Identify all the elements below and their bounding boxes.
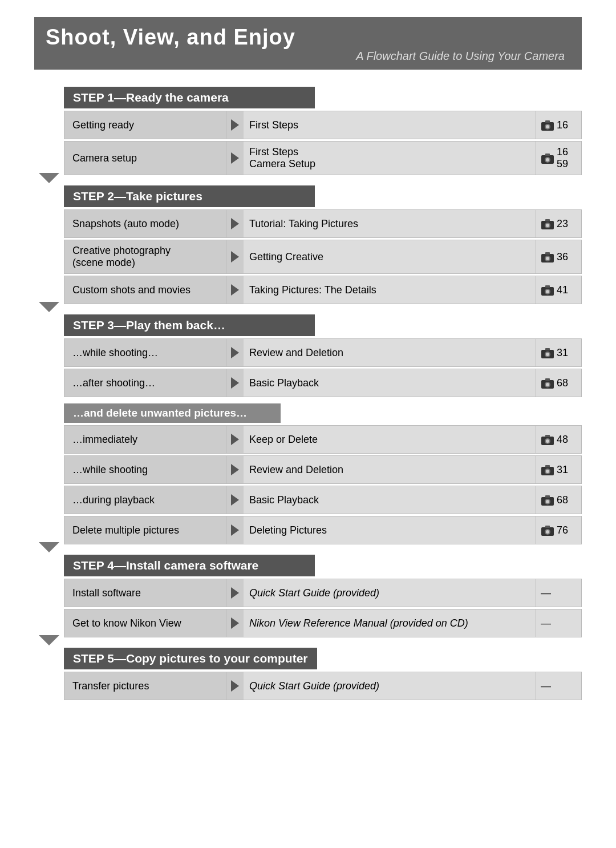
- arrow-right-icon: [231, 284, 239, 296]
- svg-marker-45: [39, 173, 59, 183]
- right-cell: Taking Pictures: The Details: [244, 276, 536, 304]
- step-block-step2: STEP 2—Take picturesSnapshots (auto mode…: [64, 185, 582, 304]
- page-header: Shoot, View, and Enjoy A Flowchart Guide…: [34, 17, 582, 70]
- svg-rect-15: [545, 252, 550, 255]
- flow-row: …while shootingReview and Deletion 31: [64, 455, 582, 484]
- left-cell: …after shooting…: [64, 369, 226, 397]
- camera-ref-icon: [541, 346, 554, 359]
- step-block-step4: STEP 4—Install camera softwareInstall so…: [64, 555, 582, 637]
- right-cell: Review and Deletion: [244, 338, 536, 367]
- svg-point-26: [546, 383, 549, 386]
- arrow-right-icon: [231, 152, 239, 164]
- right-cell: Deleting Pictures: [244, 516, 536, 544]
- page-ref-cell: 16: [536, 111, 582, 139]
- flow-row: Get to know Nikon ViewNikon View Referen…: [64, 609, 582, 637]
- page-number: 68: [557, 377, 568, 389]
- left-cell: Getting ready: [64, 111, 226, 139]
- step-header-step1: STEP 1—Ready the camera: [64, 87, 315, 108]
- camera-ref-icon: [541, 377, 554, 389]
- arrow-right-icon: [231, 377, 239, 389]
- camera-ref-icon: [541, 152, 554, 164]
- svg-rect-11: [545, 219, 550, 221]
- arrows-overlay: [34, 87, 64, 700]
- svg-point-38: [546, 500, 549, 503]
- flowchart-outer: STEP 1—Ready the cameraGetting readyFirs…: [34, 87, 582, 700]
- page-number: 41: [557, 284, 568, 296]
- flow-row: Getting readyFirst Steps 16: [64, 111, 582, 139]
- camera-ref-icon: [541, 284, 554, 296]
- right-cell: First Steps: [244, 111, 536, 139]
- left-cell: …while shooting…: [64, 338, 226, 367]
- right-cell: First Steps Camera Setup: [244, 141, 536, 175]
- page-ref-cell: 68: [536, 486, 582, 514]
- step-header-step4: STEP 4—Install camera software: [64, 555, 315, 576]
- arrow-cell: [226, 425, 244, 454]
- svg-rect-39: [545, 495, 550, 498]
- arrow-cell: [226, 516, 244, 544]
- flow-row: Creative photography (scene mode)Getting…: [64, 240, 582, 274]
- step-block-step5: STEP 5—Copy pictures to your computerTra…: [64, 648, 582, 700]
- arrow-right-icon: [231, 347, 239, 358]
- step-header-step3: STEP 3—Play them back…: [64, 314, 315, 336]
- svg-rect-19: [545, 285, 550, 288]
- page-ref-cell: —: [536, 672, 582, 700]
- svg-marker-49: [39, 542, 59, 552]
- page-ref-cell: 36: [536, 240, 582, 274]
- arrow-right-icon: [231, 119, 239, 131]
- svg-point-18: [546, 290, 549, 293]
- page-number: 31: [557, 347, 568, 359]
- flow-row: …immediatelyKeep or Delete 48: [64, 425, 582, 454]
- arrow-cell: [226, 141, 244, 175]
- arrow-cell: [226, 579, 244, 607]
- arrow-cell: [226, 338, 244, 367]
- arrow-cell: [226, 276, 244, 304]
- page-ref-cell: 48: [536, 425, 582, 454]
- right-cell: Quick Start Guide (provided): [244, 672, 536, 700]
- left-cell: …while shooting: [64, 455, 226, 484]
- svg-marker-47: [39, 302, 59, 312]
- arrow-cell: [226, 111, 244, 139]
- main-content: STEP 1—Ready the cameraGetting readyFirs…: [64, 87, 582, 700]
- step-block-step3: STEP 3—Play them back……while shooting…Re…: [64, 314, 582, 544]
- right-cell: Review and Deletion: [244, 455, 536, 484]
- arrow-right-icon: [231, 434, 239, 445]
- arrow-right-icon: [231, 524, 239, 536]
- step-header-step5: STEP 5—Copy pictures to your computer: [64, 648, 317, 669]
- page-number: 48: [557, 434, 568, 446]
- page-ref-cell: 41: [536, 276, 582, 304]
- svg-rect-7: [545, 154, 550, 156]
- arrow-cell: [226, 369, 244, 397]
- arrow-right-icon: [231, 617, 239, 629]
- page-ref-cell: 76: [536, 516, 582, 544]
- left-cell: Delete multiple pictures: [64, 516, 226, 544]
- flow-row: …while shooting…Review and Deletion 31: [64, 338, 582, 367]
- svg-point-34: [546, 470, 549, 473]
- right-cell: Getting Creative: [244, 240, 536, 274]
- arrow-right-icon: [231, 587, 239, 599]
- flow-row: Custom shots and moviesTaking Pictures: …: [64, 276, 582, 304]
- page-number: —: [541, 617, 551, 629]
- page-number: —: [541, 680, 551, 692]
- camera-ref-icon: [541, 251, 554, 263]
- arrow-cell: [226, 455, 244, 484]
- flowchart: STEP 1—Ready the cameraGetting readyFirs…: [34, 87, 582, 700]
- camera-ref-icon: [541, 463, 554, 476]
- arrow-right-icon: [231, 680, 239, 692]
- left-cell: …during playback: [64, 486, 226, 514]
- camera-ref-icon: [541, 494, 554, 506]
- svg-rect-31: [545, 435, 550, 437]
- arrows-svg: [34, 87, 64, 700]
- right-cell: Quick Start Guide (provided): [244, 579, 536, 607]
- left-cell: Custom shots and movies: [64, 276, 226, 304]
- page-number: 16: [557, 119, 568, 131]
- svg-point-30: [546, 439, 549, 443]
- page-wrapper: Shoot, View, and Enjoy A Flowchart Guide…: [34, 17, 582, 700]
- svg-point-6: [546, 158, 549, 161]
- svg-rect-27: [545, 378, 550, 381]
- flow-row: Delete multiple picturesDeleting Picture…: [64, 516, 582, 544]
- left-cell: Transfer pictures: [64, 672, 226, 700]
- svg-point-42: [546, 530, 549, 534]
- page-ref-cell: 31: [536, 455, 582, 484]
- page-ref-cell: 68: [536, 369, 582, 397]
- page-number: 68: [557, 494, 568, 506]
